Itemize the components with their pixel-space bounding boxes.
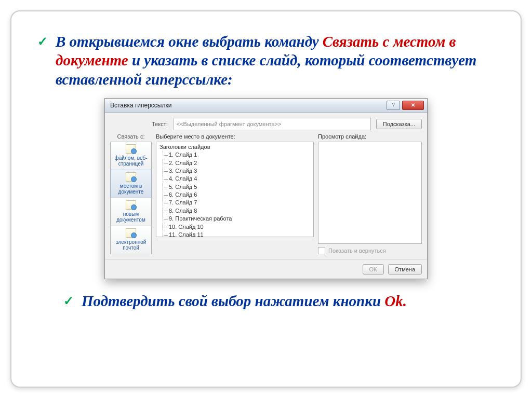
preview-column: Просмотр слайда: Показать и вернуться xyxy=(318,133,422,254)
sidebar-item-new-doc[interactable]: новым документом xyxy=(110,198,152,226)
page-bookmark-icon xyxy=(126,172,136,182)
sidebar-item-label: местом в документе xyxy=(118,183,144,195)
checkmark-icon: ✓ xyxy=(37,32,48,51)
tree-item[interactable]: 3. Слайд 3 xyxy=(159,167,313,175)
tree-item-label: 9. Практическая работа xyxy=(169,215,232,222)
cancel-button[interactable]: Отмена xyxy=(388,264,422,275)
sidebar-item-place-in-doc[interactable]: местом в документе xyxy=(110,170,152,198)
link-with-label: Связать с: xyxy=(110,133,152,140)
page-globe-icon xyxy=(126,144,136,154)
instruction-1-text: В открывшемся окне выбрать команду Связа… xyxy=(56,32,510,89)
text-label: Текст: xyxy=(152,121,168,127)
sidebar-item-file-webpage[interactable]: файлом, веб-страницей xyxy=(110,142,152,170)
show-and-return-row: Показать и вернуться xyxy=(318,247,422,254)
tree-item[interactable]: 7. Слайд 7 xyxy=(159,199,313,207)
sidebar-item-label: файлом, веб-страницей xyxy=(114,155,147,167)
dialog-body: . Текст: <<Выделенный фрагмент документа… xyxy=(105,113,427,259)
instruction-2-text: Подтвердить свой выбор нажатием кнопки O… xyxy=(82,292,407,310)
dialog-title: Вставка гиперссылки xyxy=(110,102,171,109)
tree-item[interactable]: 11. Слайд 11 xyxy=(159,231,313,237)
slides-tree[interactable]: Заголовки слайдов 1. Слайд 12. Слайд 23.… xyxy=(156,142,314,237)
sidebar-item-email[interactable]: электронной почтой xyxy=(110,226,152,254)
text-part-3: Подтвердить свой выбор нажатием кнопки xyxy=(82,293,384,309)
tree-item[interactable]: 6. Слайд 6 xyxy=(159,191,313,199)
tree-item-label: 2. Слайд 2 xyxy=(169,160,197,166)
tree-item[interactable]: 5. Слайд 5 xyxy=(159,183,313,191)
text-part-1: В открывшемся окне выбрать команду xyxy=(56,33,323,50)
show-return-label: Показать и вернуться xyxy=(328,248,386,254)
preview-label: Просмотр слайда: xyxy=(318,133,422,140)
show-return-checkbox[interactable] xyxy=(318,247,325,254)
tree-item[interactable]: 4. Слайд 4 xyxy=(159,175,313,183)
screentip-button[interactable]: Подсказка... xyxy=(376,119,422,129)
tree-item[interactable]: 2. Слайд 2 xyxy=(159,159,313,167)
checkmark-icon: ✓ xyxy=(63,292,74,310)
tree-item[interactable]: 8. Слайд 8 xyxy=(159,207,313,215)
tree-item-label: 11. Слайд 11 xyxy=(169,231,204,237)
display-text-input[interactable]: <<Выделенный фрагмент документа>> xyxy=(173,118,371,130)
ok-button[interactable]: ОК xyxy=(363,264,384,275)
sidebar-item-label: электронной почтой xyxy=(116,239,147,251)
tree-item-label: 10. Слайд 10 xyxy=(169,224,204,230)
tree-root-text: Заголовки слайдов xyxy=(159,144,210,150)
tree-root-label[interactable]: Заголовки слайдов 1. Слайд 12. Слайд 23.… xyxy=(156,143,313,237)
link-to-sidebar: Связать с: файлом, веб-страницей местом … xyxy=(110,133,152,254)
window-controls: ? ✕ xyxy=(387,101,424,110)
tree-item[interactable]: 1. Слайд 1 xyxy=(159,151,313,159)
page-new-icon xyxy=(126,200,136,210)
tree-item[interactable]: 9. Практическая работа xyxy=(159,215,313,223)
instruction-1: ✓ В открывшемся окне выбрать команду Свя… xyxy=(37,32,510,89)
slide-preview xyxy=(318,142,422,244)
tree-item-label: 4. Слайд 4 xyxy=(169,175,197,182)
instruction-2: ✓ Подтвердить свой выбор нажатием кнопки… xyxy=(63,292,510,310)
sidebar-item-label: новым документом xyxy=(116,211,145,223)
tree-item-label: 7. Слайд 7 xyxy=(169,199,197,205)
tree-item[interactable]: 10. Слайд 10 xyxy=(159,223,313,231)
text-row: . Текст: <<Выделенный фрагмент документа… xyxy=(110,118,422,130)
tree-item-label: 6. Слайд 6 xyxy=(169,191,197,198)
tree-item-label: 5. Слайд 5 xyxy=(169,184,197,190)
tree-item-label: 8. Слайд 8 xyxy=(169,208,197,214)
dialog-main-row: Связать с: файлом, веб-страницей местом … xyxy=(110,133,422,254)
tree-item-label: 1. Слайд 1 xyxy=(169,152,197,158)
slide-card: ✓ В открывшемся окне выбрать команду Свя… xyxy=(10,10,522,388)
help-button[interactable]: ? xyxy=(387,101,400,110)
dialog-footer: ОК Отмена xyxy=(105,259,427,279)
tree-item-label: 3. Слайд 3 xyxy=(169,168,197,174)
page-mail-icon xyxy=(126,228,136,238)
place-in-document-column: Выберите место в документе: Заголовки сл… xyxy=(156,133,314,254)
insert-hyperlink-dialog: Вставка гиперссылки ? ✕ . Текст: <<Выдел… xyxy=(104,98,428,279)
dialog-titlebar[interactable]: Вставка гиперссылки ? ✕ xyxy=(105,99,427,113)
choose-place-label: Выберите место в документе: xyxy=(156,133,314,140)
text-highlight-2: Ok. xyxy=(384,293,407,309)
close-button[interactable]: ✕ xyxy=(402,101,424,110)
